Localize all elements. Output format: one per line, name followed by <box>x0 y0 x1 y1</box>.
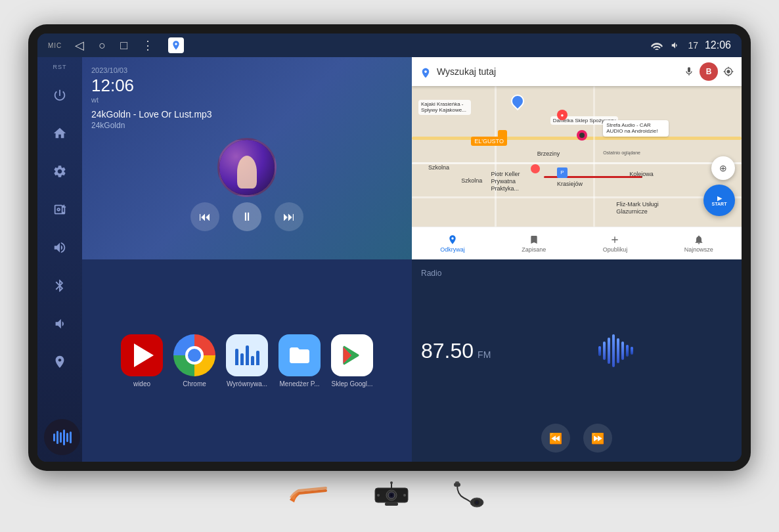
eq-bars <box>235 345 259 365</box>
opublikuj-label: Opublikuj <box>603 246 628 253</box>
album-art-container <box>91 138 403 197</box>
zapisane-label: Zapisane <box>522 246 546 253</box>
status-bar: MIC ◁ ○ □ ⋮ <box>37 33 742 57</box>
next-button[interactable]: ⏭ <box>275 202 303 231</box>
music-panel: 2023/10/03 12:06 wt 24kGoldn - Love Or L… <box>82 57 412 259</box>
music-day: wt <box>91 96 403 104</box>
app-video[interactable]: wideo <box>121 334 163 388</box>
apps-panel: wideo Chrome <box>82 259 412 462</box>
radio-panel: Radio 87.50 FM <box>412 259 742 462</box>
map-search-text[interactable]: Wyszukaj tutaj <box>437 66 679 77</box>
video-app-label: wideo <box>133 380 150 388</box>
pry-tool <box>286 485 332 504</box>
sidebar-volume-up-icon[interactable] <box>47 234 73 261</box>
sidebar-bluetooth-icon[interactable] <box>47 273 73 299</box>
svg-point-8 <box>390 481 393 484</box>
video-play-triangle <box>134 344 154 367</box>
sidebar-settings-icon[interactable] <box>47 158 73 185</box>
odkrywaj-label: Odkrywaj <box>440 246 465 253</box>
music-time: 12:06 <box>91 76 403 96</box>
start-button[interactable]: ▶ START <box>703 185 735 216</box>
maps-nav-najnowsze[interactable]: Najnowsze <box>684 234 713 253</box>
playstore-icon <box>340 344 364 367</box>
app-equalizer[interactable]: Wyrównywa... <box>226 334 268 388</box>
maps-nav-icon[interactable] <box>168 37 184 53</box>
svg-rect-10 <box>455 481 459 483</box>
left-sidebar: RST <box>37 57 82 462</box>
radio-main: 87.50 FM <box>421 283 732 418</box>
chrome-app-label: Chrome <box>183 380 206 388</box>
maps-nav-opublikuj[interactable]: Opublikuj <box>603 234 628 253</box>
user-avatar[interactable]: B <box>700 62 718 81</box>
sidebar-location-icon[interactable] <box>47 349 73 375</box>
map-label-szkolna1: Szkolna <box>428 164 449 171</box>
camera <box>372 481 411 508</box>
earphone-svg <box>451 481 493 508</box>
radio-label: Radio <box>421 269 732 278</box>
svg-rect-4 <box>385 502 398 506</box>
folder-icon <box>288 344 311 367</box>
map-label-fliz: Fliz-Mark Usługi Glazurnicze <box>616 201 669 215</box>
home-button[interactable]: ○ <box>99 39 106 53</box>
status-left: MIC ◁ ○ □ ⋮ <box>48 37 184 53</box>
album-art <box>217 138 277 197</box>
back-button[interactable]: ◁ <box>75 38 84 53</box>
status-right: 17 12:06 <box>651 39 731 51</box>
chrome-circle <box>173 334 215 376</box>
najnowsze-icon <box>694 234 704 245</box>
map-pin-kajaki <box>508 92 526 110</box>
device-shell: MIC ◁ ○ □ ⋮ <box>28 24 751 471</box>
eq-icon-wrap <box>226 334 268 376</box>
radio-forward-button[interactable]: ⏩ <box>583 424 612 453</box>
map-search-bar[interactable]: Wyszukaj tutaj B <box>412 57 742 86</box>
start-label: START <box>712 202 727 206</box>
app-chrome[interactable]: Chrome <box>173 334 215 388</box>
map-label-ostatnio: Ostatnio oglądane <box>603 150 640 155</box>
music-title: 24kGoldn - Love Or Lust.mp3 <box>91 109 403 120</box>
earphone <box>451 481 493 508</box>
waveform-badge[interactable] <box>44 419 80 455</box>
eq-app-label: Wyrównywa... <box>227 380 267 388</box>
music-date: 2023/10/03 <box>91 66 403 74</box>
music-artist: 24kGoldn <box>91 121 403 130</box>
radio-band: FM <box>478 349 491 360</box>
map-label-szkolna2: Szkolna <box>461 177 482 184</box>
menu-button[interactable]: ⋮ <box>142 38 154 53</box>
opublikuj-icon <box>610 234 620 245</box>
location-icon[interactable] <box>723 66 734 77</box>
radio-rewind-button[interactable]: ⏪ <box>541 424 570 453</box>
apps-grid: wideo Chrome <box>121 334 373 388</box>
content-grid: 2023/10/03 12:06 wt 24kGoldn - Love Or L… <box>82 57 742 462</box>
map-label-kolejowa: Kolejowa <box>629 171 654 177</box>
maps-nav-zapisane[interactable]: Zapisane <box>522 234 546 253</box>
location-fab[interactable]: ⊕ <box>711 156 735 180</box>
sidebar-volume-down-icon[interactable] <box>47 311 73 337</box>
radio-frequency: 87.50 FM <box>421 339 491 363</box>
sidebar-power-icon[interactable] <box>47 82 73 108</box>
rst-label: RST <box>53 64 67 70</box>
app-file-manager[interactable]: Menedżer P... <box>278 334 321 388</box>
maps-bottom-nav: Odkrywaj Zapisane Opublikuj <box>412 227 742 259</box>
svg-point-6 <box>403 494 406 497</box>
svg-point-5 <box>377 494 380 497</box>
sidebar-home-icon[interactable] <box>47 120 73 146</box>
maps-search-logo <box>420 66 432 78</box>
sidebar-radio-icon[interactable] <box>47 196 73 223</box>
nav-icons: ◁ ○ □ ⋮ <box>75 37 184 53</box>
video-icon-wrap <box>121 334 163 376</box>
camera-svg <box>372 481 411 508</box>
files-app-label: Menedżer P... <box>280 380 320 388</box>
volume-icon <box>669 41 681 50</box>
maps-nav-odkrywaj[interactable]: Odkrywaj <box>440 234 465 253</box>
maps-content: Wyszukaj tutaj B <box>412 57 742 259</box>
prev-button[interactable]: ⏮ <box>190 202 219 231</box>
recent-button[interactable]: □ <box>120 39 127 53</box>
screen: MIC ◁ ○ □ ⋮ <box>37 33 742 462</box>
wifi-icon <box>651 41 663 50</box>
play-pause-button[interactable]: ⏸ <box>233 202 261 231</box>
mic-icon[interactable] <box>684 66 694 77</box>
app-play-store[interactable]: Sklep Googl... <box>331 334 373 388</box>
chrome-inner <box>185 346 204 365</box>
radio-waveform <box>598 334 633 367</box>
svg-point-13 <box>476 501 478 504</box>
